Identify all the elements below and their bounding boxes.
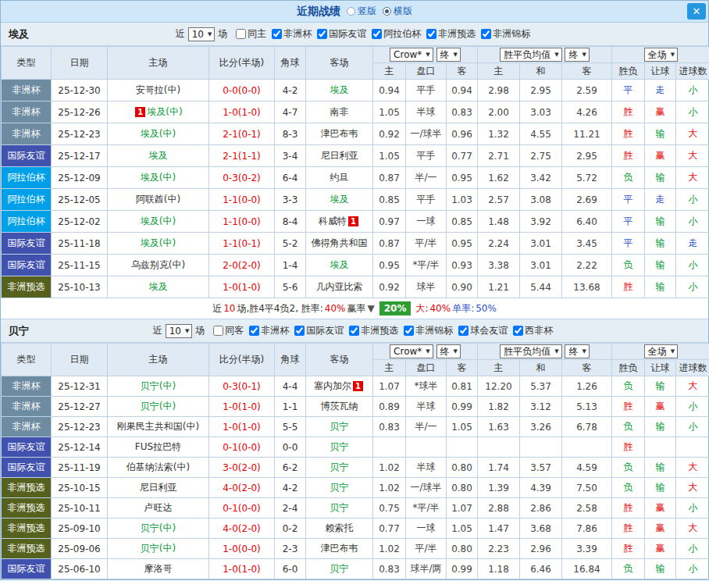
col-type-header: 类型 — [2, 47, 52, 80]
match-row: 国际友谊25-12-17埃及2-1(1-1)3-4尼日利亚1.05平手0.772… — [2, 145, 709, 167]
corner-score: 1-4 — [275, 255, 306, 276]
layout-radio-vertical[interactable]: 竖版 — [347, 5, 376, 18]
away-team: 贝宁 — [306, 559, 373, 579]
col-home-header: 主场 — [108, 47, 209, 80]
team-label: 卢旺达 — [144, 502, 173, 513]
corner-score: 5-6 — [275, 276, 306, 298]
checkbox[interactable] — [513, 326, 523, 336]
filter-checkbox-非洲锦标[interactable]: 非洲锦标 — [404, 324, 453, 337]
checkbox[interactable] — [458, 326, 469, 336]
filter-checkbox-国际友谊[interactable]: 国际友谊 — [317, 27, 366, 41]
checkbox[interactable] — [481, 29, 491, 39]
odds-final-select[interactable]: 终▼ — [436, 344, 461, 358]
filter-bar: 近 10▼ 场 同客非洲杯国际友谊非洲预选非洲锦标球会友谊西非杯 — [29, 324, 708, 338]
match-row: 非洲预选25-09-10贝宁(中)4-0(2-0)0-2赖索托0.77一球1.0… — [2, 519, 709, 539]
odds-handicap: 一/球半 — [406, 478, 447, 498]
col-result-header: 胜负 — [612, 360, 645, 376]
odds-final-select[interactable]: 终▼ — [436, 48, 461, 62]
type-badge: 非洲预选 — [2, 519, 52, 539]
filter-checkbox-非洲杯[interactable]: 非洲杯 — [249, 324, 289, 337]
corner-score: 0-0 — [275, 437, 306, 458]
avg-group-header: 胜平负均值▼ 终▼ — [478, 344, 612, 360]
layout-radio-horizontal[interactable]: 横版 — [383, 5, 412, 18]
filter-checkbox-国际友谊[interactable]: 国际友谊 — [294, 324, 344, 337]
odds-home: 1.02 — [373, 458, 406, 478]
avg-home: 1.48 — [478, 211, 520, 233]
filter-checkbox-阿拉伯杯[interactable]: 阿拉伯杯 — [372, 27, 421, 41]
match-count-select[interactable]: 10▼ — [188, 27, 216, 41]
avg-draw: 3.42 — [520, 167, 562, 189]
odds-home: 1.05 — [373, 145, 406, 167]
chevron-down-icon: ▼ — [671, 348, 675, 355]
away-team: 佛得角共和国 — [306, 233, 373, 255]
scope-select[interactable]: 全场▼ — [644, 48, 678, 62]
match-score: 1-0(1-0) — [209, 276, 275, 298]
summary-text-segment: 大: — [415, 302, 428, 315]
checkbox[interactable] — [294, 326, 305, 336]
bookmaker-select[interactable]: Crow*▼ — [390, 344, 433, 358]
result-goals: 小 — [676, 276, 709, 298]
match-date: 25-12-31 — [52, 376, 108, 397]
avg-final-select[interactable]: 终▼ — [565, 48, 589, 62]
avg-type-select[interactable]: 胜平负均值▼ — [500, 48, 561, 62]
avg-away — [562, 437, 612, 458]
avg-home: 1.47 — [478, 519, 520, 539]
avg-draw: 2.86 — [520, 498, 562, 519]
filter-checkbox-非洲杯[interactable]: 非洲杯 — [272, 27, 312, 41]
checkbox[interactable] — [272, 29, 282, 39]
team-label: FUS拉巴特 — [135, 441, 181, 452]
bookmaker-select[interactable]: Crow*▼ — [390, 48, 433, 62]
checkbox[interactable] — [317, 29, 327, 39]
chevron-down-icon: ▼ — [554, 348, 558, 355]
team-label: 埃及(中) — [141, 216, 176, 226]
odds-home: 0.92 — [373, 276, 406, 298]
odds-handicap — [406, 437, 447, 458]
filter-checkbox-非洲预选[interactable]: 非洲预选 — [349, 324, 398, 337]
team-label: 博茨瓦纳 — [321, 401, 358, 412]
avg-draw: 6.46 — [520, 559, 562, 579]
avg-draw: 2.75 — [520, 145, 562, 167]
checkbox[interactable] — [404, 326, 414, 336]
sub-avg-home-header: 主 — [478, 63, 520, 80]
odds-home: 1.05 — [373, 102, 406, 123]
col-handicap-result-header: 让球 — [645, 360, 676, 376]
type-badge: 阿拉伯杯 — [2, 167, 52, 189]
filter-checkbox-非洲锦标[interactable]: 非洲锦标 — [481, 27, 530, 41]
home-team: 安哥拉(中) — [108, 80, 209, 102]
col-corner-header: 角球 — [275, 47, 306, 80]
close-button[interactable]: ✕ — [687, 3, 706, 20]
checkbox[interactable] — [249, 326, 259, 336]
filter-checkbox-同主[interactable]: 同主 — [236, 27, 266, 41]
match-date: 25-12-14 — [52, 437, 108, 458]
checkbox[interactable] — [426, 29, 436, 39]
avg-away: 1.26 — [562, 376, 612, 397]
checkbox[interactable] — [372, 29, 382, 39]
type-badge: 非洲杯 — [2, 417, 52, 437]
sub-avg-away-header: 客 — [562, 63, 612, 80]
avg-group-header: 胜平负均值▼ 终▼ — [478, 47, 612, 63]
away-team: 贝宁 — [306, 437, 373, 458]
odds-handicap: 一球 — [406, 211, 447, 233]
near-label: 近 — [176, 27, 185, 41]
checkbox[interactable] — [213, 326, 223, 336]
match-count-select[interactable]: 10▼ — [166, 324, 193, 338]
filter-checkbox-西非杯[interactable]: 西非杯 — [513, 324, 553, 337]
match-score: 2-0(2-0) — [209, 255, 275, 276]
filter-checkbox-球会友谊[interactable]: 球会友谊 — [458, 324, 508, 337]
result-wdl: 平 — [612, 211, 645, 233]
scope-group-header: 全场▼ — [612, 47, 709, 63]
checkbox[interactable] — [236, 29, 246, 39]
filter-checkbox-非洲预选[interactable]: 非洲预选 — [426, 27, 476, 41]
odds-home: 0.92 — [373, 123, 406, 145]
checkbox[interactable] — [349, 326, 359, 336]
type-badge: 非洲预选 — [2, 276, 52, 298]
avg-final-select[interactable]: 终▼ — [565, 344, 589, 358]
match-row: 国际友谊25-12-14FUS拉巴特0-1(0-0)0-0贝宁胜 — [2, 437, 709, 458]
scope-select[interactable]: 全场▼ — [644, 344, 678, 358]
sub-avg-draw-header: 和 — [520, 360, 562, 376]
filter-checkbox-同客[interactable]: 同客 — [213, 324, 244, 337]
avg-type-select[interactable]: 胜平负均值▼ — [500, 344, 561, 358]
chevron-down-icon: ▼ — [454, 52, 458, 58]
home-team: 埃及(中) — [108, 167, 209, 189]
result-goals: 小 — [676, 102, 709, 123]
